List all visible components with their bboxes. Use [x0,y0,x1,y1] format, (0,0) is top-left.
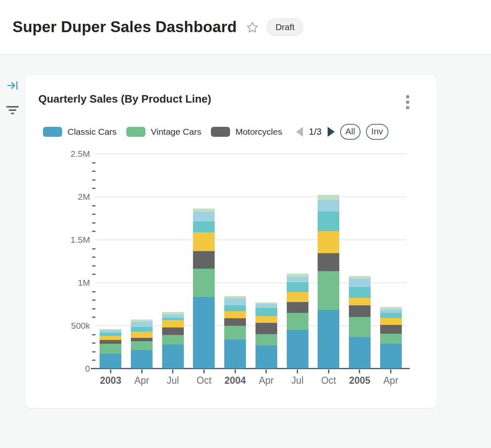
bar-segment[interactable] [100,336,121,340]
chart-card: Quarterly Sales (By Product Line) Classi… [25,75,437,408]
favorite-star-icon[interactable] [246,21,259,34]
bar-segment[interactable] [287,282,308,292]
kebab-menu-icon[interactable] [402,93,413,112]
x-axis-tick [95,369,126,373]
bar-segment[interactable] [131,322,153,327]
legend-items: Classic CarsVintage CarsMotorcycles [43,127,292,137]
legend-select-all-button[interactable]: All [340,124,361,139]
bar-segment-motorcycles[interactable] [318,253,339,271]
bar-segment-classic-cars[interactable] [287,330,308,368]
legend-swatch [211,127,230,137]
bar-segment-classic-cars[interactable] [349,337,371,368]
bar-segment[interactable] [224,305,246,311]
bar-segment[interactable] [162,320,184,327]
bar-segment[interactable] [380,313,402,318]
bar-segment[interactable] [349,287,371,298]
bar-segment[interactable] [224,311,246,318]
bar-segment-classic-cars[interactable] [193,297,215,368]
bar-segment-vintage-cars[interactable] [162,335,184,345]
bar-slot [95,154,126,368]
bar-segment[interactable] [380,318,402,325]
stacked-bar-apr-9[interactable] [380,307,402,368]
x-axis-label-oct: Oct [313,375,344,386]
stacked-bar-apr-5[interactable] [256,302,277,368]
legend-item-classic-cars[interactable]: Classic Cars [43,127,117,137]
bar-segment[interactable] [287,277,308,282]
bar-segment-motorcycles[interactable] [224,318,246,326]
legend-prev-icon[interactable] [296,127,303,137]
bar-segment-motorcycles[interactable] [349,305,371,317]
stacked-bar-jul-6[interactable] [287,274,308,368]
y-axis-tick-label: 2.5M [53,149,90,159]
bar-segment[interactable] [256,304,277,308]
bar-segment[interactable] [318,231,339,254]
y-axis-tick-label: 1.5M [53,235,90,245]
bar-segment[interactable] [318,200,339,211]
bar-segment-motorcycles[interactable] [100,340,121,344]
bar-segment[interactable] [162,315,184,318]
collapse-panel-icon[interactable] [6,79,19,93]
x-axis-label-2005: 2005 [344,375,376,386]
bar-segment-motorcycles[interactable] [380,325,402,334]
bar-segment-vintage-cars[interactable] [287,313,308,330]
stacked-bar-jul-2[interactable] [162,312,184,368]
bar-segment[interactable] [224,298,246,305]
x-axis-label-oct: Oct [188,375,220,386]
bar-segment-classic-cars[interactable] [224,340,246,368]
bar-segment[interactable] [193,209,215,212]
bar-segment-classic-cars[interactable] [256,345,277,368]
x-axis-label-jul: Jul [282,375,313,386]
legend-page-indicator: 1/3 [309,126,322,137]
bar-segment-vintage-cars[interactable] [224,326,246,340]
legend-next-icon[interactable] [328,127,335,137]
stacked-bar-2003-0[interactable] [100,329,121,368]
bar-segment-classic-cars[interactable] [380,344,402,368]
bar-segment-vintage-cars[interactable] [131,341,153,350]
bar-segment[interactable] [380,310,402,313]
legend-item-motorcycles[interactable]: Motorcycles [211,127,282,137]
stacked-bar-oct-7[interactable] [318,195,339,368]
bar-segment-motorcycles[interactable] [131,338,153,342]
bar-segment-vintage-cars[interactable] [380,334,402,343]
bar-segment[interactable] [193,212,215,221]
bar-segment-classic-cars[interactable] [162,345,184,369]
bars-row [95,154,406,368]
bar-segment-classic-cars[interactable] [318,310,339,368]
x-axis-label-apr: Apr [251,375,282,386]
bar-segment[interactable] [318,195,339,200]
bar-segment[interactable] [131,327,153,332]
x-axis-tick [220,369,251,373]
bar-segment-vintage-cars[interactable] [256,334,277,345]
bar-segment[interactable] [287,292,308,302]
bar-segment[interactable] [131,332,153,338]
bar-segment[interactable] [349,298,371,305]
bar-slot [220,154,251,368]
bar-slot [251,154,282,368]
filter-icon[interactable] [5,104,20,118]
bar-segment-classic-cars[interactable] [100,354,121,368]
bar-segment-vintage-cars[interactable] [318,271,339,310]
bar-segment[interactable] [349,279,371,287]
stacked-bar-apr-1[interactable] [131,320,153,368]
bar-segment-vintage-cars[interactable] [100,344,121,354]
stacked-bar-2005-8[interactable] [349,276,371,368]
bar-segment[interactable] [193,232,215,252]
bar-segment[interactable] [318,211,339,231]
bar-segment-classic-cars[interactable] [131,350,153,369]
bar-segment-motorcycles[interactable] [193,251,215,268]
stacked-bar-oct-3[interactable] [193,209,215,368]
bar-segment-motorcycles[interactable] [287,302,308,313]
bar-segment-motorcycles[interactable] [256,323,277,335]
bar-segment-vintage-cars[interactable] [193,269,215,297]
bar-slot [344,154,376,368]
bar-segment[interactable] [287,274,308,277]
bar-segment[interactable] [256,308,277,316]
bar-segment-motorcycles[interactable] [162,327,184,335]
bar-segment[interactable] [193,221,215,232]
bar-segment[interactable] [256,316,277,323]
bar-segment-vintage-cars[interactable] [349,317,371,337]
legend-item-vintage-cars[interactable]: Vintage Cars [126,127,201,137]
x-axis-tick [282,369,313,373]
legend-invert-button[interactable]: Inv [366,124,388,139]
stacked-bar-2004-4[interactable] [224,296,246,368]
